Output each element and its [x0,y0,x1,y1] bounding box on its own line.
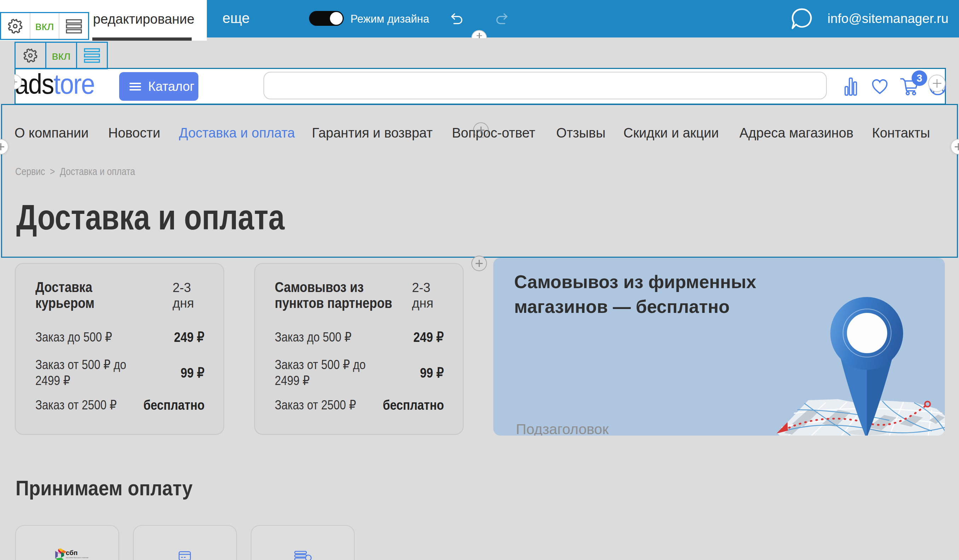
svg-text:сбп: сбп [66,549,78,557]
svg-text:система быстрых платежей: система быстрых платежей [66,557,88,558]
